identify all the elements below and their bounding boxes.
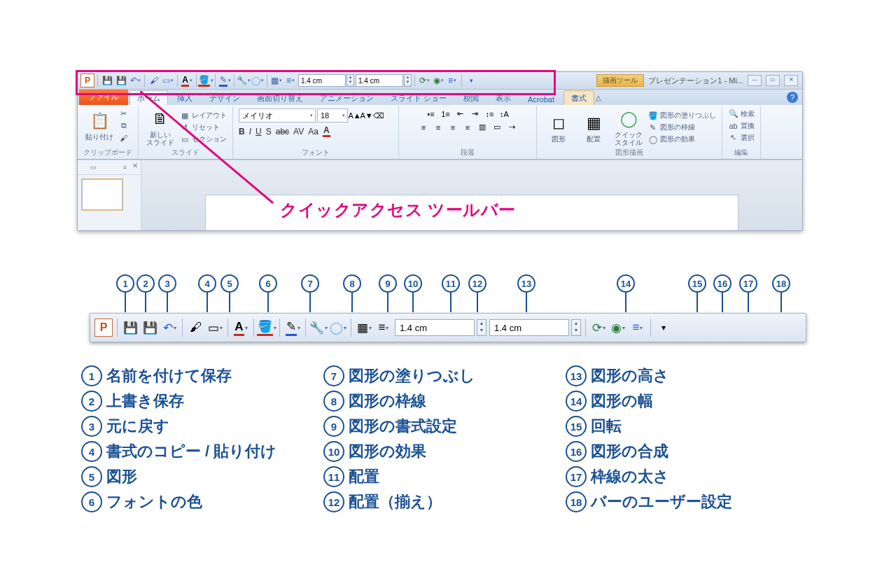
tab-review[interactable]: 校閲 bbox=[456, 90, 486, 105]
underline-icon[interactable]: U bbox=[255, 127, 262, 136]
shadow-icon[interactable]: S bbox=[266, 127, 272, 136]
select-button[interactable]: ↖選択 bbox=[728, 132, 755, 143]
qat-shape-effects-icon[interactable]: ◯ bbox=[251, 74, 264, 87]
shape-fill-icon[interactable]: 🪣 bbox=[258, 319, 275, 336]
indent-dec-icon[interactable]: ⇤ bbox=[455, 108, 465, 119]
tab-transitions[interactable]: 画面切り替え bbox=[249, 90, 311, 105]
tab-format-contextual[interactable]: 書式 bbox=[564, 90, 594, 105]
numbering-icon[interactable]: 1≡ bbox=[440, 108, 451, 119]
shrink-font-icon[interactable]: A▼ bbox=[361, 111, 372, 121]
shape-effects-button[interactable]: ◯図形の効果 bbox=[648, 134, 716, 145]
arrange-button[interactable]: ▦配置 bbox=[578, 113, 610, 143]
maximize-button[interactable]: ▭ bbox=[766, 75, 780, 86]
italic-icon[interactable]: I bbox=[249, 127, 251, 136]
font-size-select[interactable]: 18 bbox=[317, 108, 348, 122]
shape-height-input[interactable]: 1.4 cm bbox=[395, 319, 475, 336]
tab-file[interactable]: ファイル bbox=[79, 89, 128, 105]
arrange-icon[interactable]: ▦ bbox=[356, 319, 372, 336]
paste-button[interactable]: 📋 貼り付け bbox=[83, 111, 115, 141]
font-name-select[interactable]: メイリオ bbox=[239, 108, 316, 122]
columns-icon[interactable]: ▥ bbox=[477, 122, 488, 132]
customize-toolbar-icon[interactable]: ▾ bbox=[655, 319, 672, 336]
text-direction-icon[interactable]: ↕A bbox=[499, 108, 510, 119]
tab-slideshow[interactable]: スライド ショー bbox=[383, 90, 454, 105]
shapes-button[interactable]: ◻図形 bbox=[542, 113, 575, 143]
qat-customize-icon[interactable]: ▾ bbox=[465, 74, 477, 87]
find-button[interactable]: 🔍検索 bbox=[728, 108, 755, 119]
smartart-icon[interactable]: ⇢ bbox=[507, 122, 517, 132]
qat-width-spinner[interactable]: ▲▼ bbox=[404, 74, 412, 87]
qat-format-painter-icon[interactable]: 🖌 bbox=[148, 74, 160, 87]
tab-insert[interactable]: 挿入 bbox=[169, 90, 200, 105]
help-icon[interactable]: ? bbox=[787, 92, 798, 103]
height-spinner[interactable]: ▲▼ bbox=[477, 319, 486, 336]
layout-button[interactable]: ▦レイアウト bbox=[179, 111, 227, 121]
bullets-icon[interactable]: •≡ bbox=[426, 108, 436, 119]
bold-icon[interactable]: B bbox=[239, 127, 245, 136]
save-as-icon[interactable]: 💾 bbox=[122, 319, 139, 336]
shapes-icon[interactable]: ▭ bbox=[206, 319, 223, 336]
quick-styles-button[interactable]: ◯クイック スタイル bbox=[612, 108, 645, 146]
align-text-icon[interactable]: ▭ bbox=[492, 122, 503, 132]
qat-shape-height-input[interactable]: 1.4 cm bbox=[298, 74, 346, 87]
qat-shape-width-input[interactable]: 1.4 cm bbox=[356, 74, 403, 87]
shape-width-input[interactable]: 1.4 cm bbox=[489, 319, 569, 336]
grow-font-icon[interactable]: A▲ bbox=[349, 111, 360, 121]
qat-shape-format-icon[interactable]: 🔧 bbox=[237, 74, 250, 87]
shape-outline-button[interactable]: ✎図形の枠線 bbox=[648, 122, 716, 133]
qat-save-icon[interactable]: 💾 bbox=[115, 74, 127, 87]
line-spacing-icon[interactable]: ↕≡ bbox=[484, 108, 495, 119]
contextual-tab[interactable]: 描画ツール bbox=[596, 74, 644, 87]
tab-view[interactable]: 表示 bbox=[488, 90, 519, 105]
font-color-icon[interactable]: A bbox=[323, 125, 330, 137]
qat-shape-fill-icon[interactable]: 🪣 bbox=[200, 74, 212, 87]
format-painter-icon[interactable]: 🖌 bbox=[118, 132, 129, 143]
align-right-icon[interactable]: ≡ bbox=[448, 122, 458, 132]
tab-acrobat[interactable]: Acrobat bbox=[520, 92, 562, 105]
align-icon[interactable]: ≡ bbox=[375, 319, 392, 336]
qat-font-color-icon[interactable]: A bbox=[181, 74, 193, 87]
char-spacing-icon[interactable]: AV bbox=[293, 127, 304, 136]
slide-thumbnail-pane[interactable]: ▭≡ ✕ 1 bbox=[78, 160, 141, 230]
change-case-icon[interactable]: Aa bbox=[308, 127, 318, 136]
indent-inc-icon[interactable]: ⇥ bbox=[470, 108, 480, 119]
clear-format-icon[interactable]: ⌫ bbox=[373, 111, 384, 121]
qat-shape-outline-icon[interactable]: ✎ bbox=[218, 74, 231, 87]
qat-save-as-icon[interactable]: 💾 bbox=[101, 74, 113, 87]
qat-arrange-icon[interactable]: ▦ bbox=[270, 74, 283, 87]
save-icon[interactable]: 💾 bbox=[141, 319, 158, 336]
font-color-icon[interactable]: A bbox=[232, 319, 249, 336]
strike-icon[interactable]: abc bbox=[276, 127, 289, 136]
pane-close-icon[interactable]: ✕ bbox=[132, 162, 138, 169]
tab-home[interactable]: ホーム bbox=[130, 90, 168, 105]
qat-height-spinner[interactable]: ▲▼ bbox=[346, 74, 354, 87]
replace-button[interactable]: ab置換 bbox=[728, 120, 755, 131]
ribbon-minimize-icon[interactable]: △ bbox=[596, 94, 606, 102]
undo-icon[interactable]: ↶ bbox=[161, 319, 178, 336]
close-button[interactable]: ✕ bbox=[784, 75, 798, 86]
minimize-button[interactable]: — bbox=[748, 75, 762, 86]
copy-icon[interactable]: ⧉ bbox=[118, 120, 129, 131]
shape-format-icon[interactable]: 🔧 bbox=[310, 319, 327, 336]
qat-align-icon[interactable]: ≡ bbox=[284, 74, 297, 87]
qat-line-weight-icon[interactable]: ≡ bbox=[446, 74, 458, 87]
tab-animations[interactable]: アニメーション bbox=[312, 90, 382, 105]
reset-button[interactable]: ↺リセット bbox=[179, 122, 227, 133]
width-spinner[interactable]: ▲▼ bbox=[571, 319, 581, 336]
shape-outline-icon[interactable]: ✎ bbox=[284, 319, 301, 336]
rotate-icon[interactable]: ⟳ bbox=[590, 319, 607, 336]
qat-merge-shapes-icon[interactable]: ◉ bbox=[432, 74, 444, 87]
shape-fill-button[interactable]: 🪣図形の塗りつぶし bbox=[648, 111, 716, 121]
align-center-icon[interactable]: ≡ bbox=[433, 122, 444, 132]
new-slide-button[interactable]: 🗎 新しい スライド bbox=[144, 108, 176, 146]
qat-rotate-icon[interactable]: ⟳ bbox=[418, 74, 430, 87]
justify-icon[interactable]: ≡ bbox=[463, 122, 473, 132]
tab-design[interactable]: デザイン bbox=[202, 90, 248, 105]
qat-undo-icon[interactable]: ↶ bbox=[129, 74, 141, 87]
line-weight-icon[interactable]: ≡ bbox=[629, 319, 646, 336]
format-painter-icon[interactable]: 🖌 bbox=[187, 319, 204, 336]
shape-effects-icon[interactable]: ◯ bbox=[330, 319, 346, 336]
align-left-icon[interactable]: ≡ bbox=[419, 122, 429, 132]
slide-thumbnail[interactable]: 1 bbox=[82, 179, 122, 210]
section-button[interactable]: ▭セクション bbox=[179, 134, 227, 145]
